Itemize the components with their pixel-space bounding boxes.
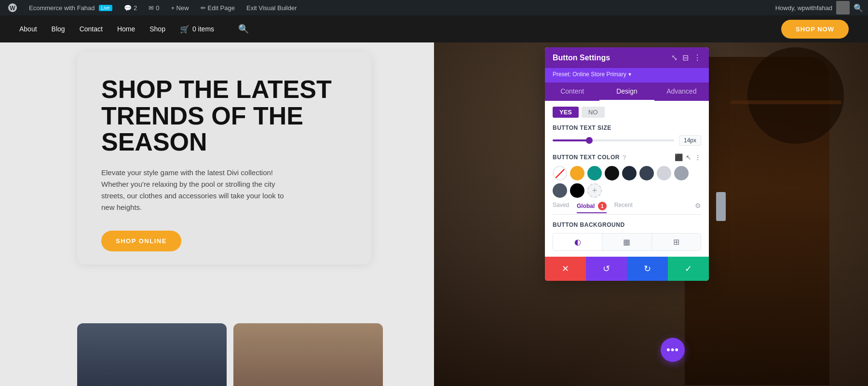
panel-scrollbar[interactable] (716, 192, 726, 221)
panel-footer: ✕ ↺ ↻ ✓ (545, 257, 709, 281)
swatch-lightgray[interactable] (657, 166, 671, 180)
bg-type-gradient[interactable]: ▦ (602, 234, 651, 250)
global-color-count: 1 (598, 202, 607, 210)
panel-confirm-button[interactable]: ✓ (668, 257, 709, 281)
admin-bar-right: Howdy, wpwithfahad 🔍 (775, 1, 863, 14)
swatch-black2[interactable] (622, 166, 637, 180)
nav-links: About Blog Contact Home Shop 🛒 0 items 🔍 (19, 24, 849, 34)
slider-row: 14px (553, 135, 701, 146)
shop-online-button[interactable]: SHOP ONLINE (101, 231, 181, 251)
hero-description: Elevate your style game with the latest … (101, 167, 285, 213)
admin-bar: W Ecommerce with Fahad Live 💬 2 ✉ 0 + Ne… (0, 0, 868, 15)
hero-card: SHOP THE LATEST TRENDS OF THE SEASON Ele… (77, 52, 371, 264)
wp-logo[interactable]: W (5, 0, 20, 15)
hero-title: SHOP THE LATEST TRENDS OF THE SEASON (101, 76, 347, 155)
tab-design[interactable]: Design (599, 83, 654, 101)
swatch-transparent[interactable] (553, 166, 567, 180)
slider-value[interactable]: 14px (679, 135, 701, 146)
color-settings-icon[interactable]: ⚙ (695, 202, 701, 213)
swatch-charcoal[interactable] (553, 183, 567, 198)
nav-search-icon[interactable]: 🔍 (238, 24, 249, 34)
live-badge: Live (99, 5, 112, 11)
slider-thumb[interactable] (586, 137, 593, 144)
nav-home[interactable]: Home (117, 25, 135, 33)
slider-fill (553, 139, 589, 141)
color-swatches: + (553, 166, 701, 198)
bottom-card-2 (233, 323, 383, 386)
button-text-size-label: Button Text Size (553, 124, 701, 131)
comments-bar-item[interactable]: 💬 2 (121, 0, 140, 15)
color-tab-recent[interactable]: Recent (614, 202, 633, 213)
color-tabs-row: Saved Global 1 Recent ⚙ (553, 202, 701, 215)
button-text-color-label: Button Text Color (553, 154, 620, 161)
panel-title: Button Settings (553, 54, 610, 62)
bg-type-image[interactable]: ⊞ (652, 234, 701, 250)
main-content: SHOP THE LATEST TRENDS OF THE SEASON Ele… (0, 42, 868, 386)
panel-more-icon[interactable]: ⋮ (693, 53, 701, 62)
button-background-label: Button Background (553, 221, 701, 228)
cart-count: 0 items (192, 25, 214, 33)
toggle-yes-button[interactable]: YES (553, 107, 579, 118)
slider-track[interactable] (553, 139, 674, 141)
panel-cancel-button[interactable]: ✕ (545, 257, 586, 281)
button-settings-panel: Button Settings ⤡ ⊟ ⋮ Preset: Online Sto… (545, 47, 709, 281)
tab-content[interactable]: Content (545, 83, 599, 101)
panel-expand-icon[interactable]: ⤡ (671, 53, 678, 62)
exit-builder-bar-item[interactable]: Exit Visual Builder (244, 0, 300, 15)
swatch-black3[interactable] (570, 183, 584, 198)
bg-type-row: ◐ ▦ ⊞ (553, 233, 701, 251)
nav-shop[interactable]: Shop (149, 25, 165, 33)
cart-area[interactable]: 🛒 0 items (180, 25, 214, 34)
bottom-card-1 (77, 323, 227, 386)
swatch-orange[interactable] (570, 166, 584, 180)
search-icon[interactable]: 🔍 (854, 3, 863, 13)
swatch-black1[interactable] (605, 166, 619, 180)
svg-text:W: W (10, 5, 15, 12)
new-bar-item[interactable]: + New (168, 0, 191, 15)
edit-page-bar-item[interactable]: ✏ Edit Page (198, 0, 238, 15)
shop-now-button[interactable]: SHOP NOW (781, 20, 849, 39)
color-cursor-icon[interactable]: ↖ (686, 153, 692, 161)
swatch-darkgray[interactable] (639, 166, 654, 180)
cart-icon: 🛒 (180, 25, 190, 34)
color-label-row: Button Text Color ? ⬛ ↖ ⋮ (553, 153, 701, 161)
color-tab-global[interactable]: Global 1 (577, 202, 607, 213)
panel-header: Button Settings ⤡ ⊟ ⋮ (545, 47, 709, 68)
panel-header-icons: ⤡ ⊟ ⋮ (671, 53, 701, 62)
color-tab-saved[interactable]: Saved (553, 202, 569, 213)
nav-about[interactable]: About (19, 25, 37, 33)
panel-columns-icon[interactable]: ⊟ (682, 53, 689, 62)
color-eyedropper-icon[interactable]: ⬛ (675, 153, 683, 161)
site-nav: About Blog Contact Home Shop 🛒 0 items 🔍… (0, 15, 868, 42)
tab-advanced[interactable]: Advanced (654, 83, 709, 101)
panel-tabs: Content Design Advanced (545, 83, 709, 101)
swatch-add[interactable]: + (587, 183, 602, 198)
panel-redo-button[interactable]: ↻ (627, 257, 668, 281)
site-name-bar-item[interactable]: Ecommerce with Fahad Live (26, 0, 115, 15)
bg-type-solid[interactable]: ◐ (553, 234, 602, 250)
nav-blog[interactable]: Blog (52, 25, 65, 33)
swatch-teal[interactable] (587, 166, 602, 180)
toggle-no-button[interactable]: NO (582, 107, 605, 118)
swatch-gray[interactable] (674, 166, 689, 180)
messages-bar-item[interactable]: ✉ 0 (146, 0, 162, 15)
panel-body: YES NO Button Text Size 14px Button Text… (545, 101, 709, 257)
panel-undo-button[interactable]: ↺ (586, 257, 627, 281)
nav-contact[interactable]: Contact (80, 25, 103, 33)
panel-preset[interactable]: Preset: Online Store Primary ▾ (545, 68, 709, 83)
toggle-row: YES NO (553, 107, 701, 118)
color-tools: ⬛ ↖ ⋮ (675, 153, 701, 161)
color-help-icon[interactable]: ? (623, 154, 626, 161)
color-more-icon[interactable]: ⋮ (694, 153, 701, 161)
fab-button[interactable]: ••• (661, 338, 685, 362)
